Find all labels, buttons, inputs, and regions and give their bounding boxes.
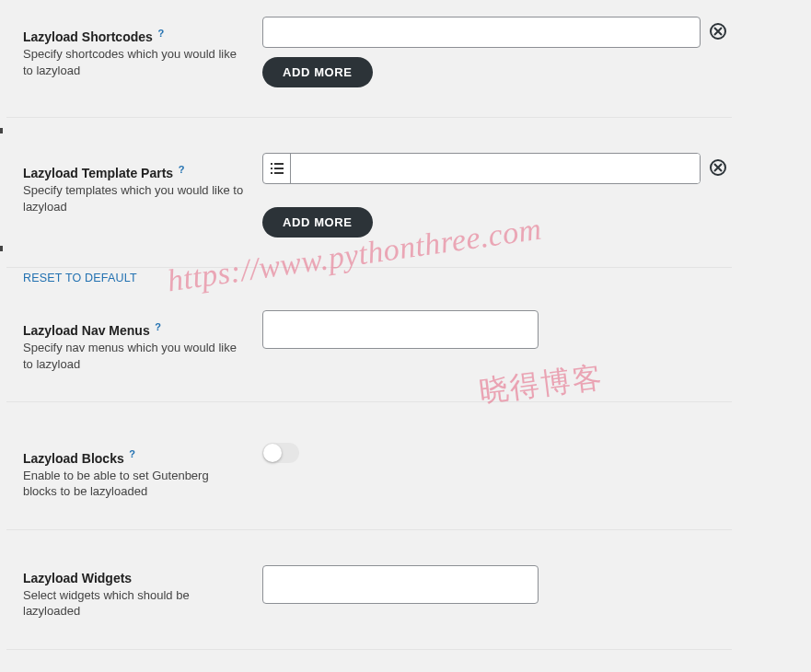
- row-lazyload-nav-menus: RESET TO DEFAULT Lazyload Nav Menus ? Sp…: [6, 268, 732, 402]
- field-column: [262, 437, 732, 499]
- svg-rect-0: [271, 163, 272, 165]
- nav-menus-select[interactable]: [262, 310, 539, 349]
- blocks-toggle[interactable]: [262, 443, 299, 463]
- edge-marker: [0, 246, 3, 251]
- toggle-knob: [263, 444, 282, 462]
- field-column: ADD MORE: [262, 153, 732, 238]
- svg-rect-3: [274, 168, 284, 169]
- add-more-button[interactable]: ADD MORE: [262, 57, 373, 87]
- field-description: Enable to be able to set Gutenberg block…: [23, 468, 246, 500]
- field-title: Lazyload Template Parts: [23, 166, 173, 180]
- help-icon[interactable]: ?: [129, 448, 135, 459]
- row-lazyload-widgets: Lazyload Widgets Select widgets which sh…: [6, 530, 732, 650]
- field-title: Lazyload Widgets: [23, 571, 132, 585]
- field-description: Select widgets which should be lazyloade…: [23, 587, 246, 620]
- template-parts-input-group: [262, 153, 701, 184]
- svg-rect-5: [274, 172, 284, 174]
- field-description: Specify shortcodes which you would like …: [23, 46, 246, 78]
- list-icon[interactable]: [263, 154, 291, 183]
- label-column: Lazyload Blocks ? Enable to be able to s…: [23, 437, 262, 499]
- settings-panel: Lazyload Shortcodes ? Specify shortcodes…: [6, 0, 743, 672]
- svg-rect-1: [274, 163, 284, 165]
- add-more-button[interactable]: ADD MORE: [262, 207, 373, 238]
- field-column: [262, 310, 732, 372]
- edge-marker: [0, 128, 3, 133]
- help-icon[interactable]: ?: [157, 28, 164, 39]
- remove-icon[interactable]: [710, 23, 726, 40]
- svg-rect-2: [271, 168, 272, 169]
- label-column: Lazyload Shortcodes ? Specify shortcodes…: [23, 17, 262, 87]
- row-lazyload-template-parts: Lazyload Template Parts ? Specify templa…: [6, 118, 732, 268]
- remove-icon[interactable]: [710, 159, 726, 176]
- field-title: Lazyload Shortcodes: [23, 29, 153, 44]
- help-icon[interactable]: ?: [179, 164, 185, 175]
- field-column: [262, 565, 732, 620]
- left-edge: [0, 0, 3, 672]
- widgets-select[interactable]: [262, 565, 539, 604]
- reset-to-default-link[interactable]: RESET TO DEFAULT: [23, 272, 137, 284]
- field-description: Specify templates which you would like t…: [23, 182, 246, 214]
- help-icon[interactable]: ?: [155, 321, 161, 332]
- field-title: Lazyload Nav Menus: [23, 323, 150, 338]
- label-column: Lazyload Widgets Select widgets which sh…: [23, 565, 262, 620]
- field-description: Specify nav menus which you would like t…: [23, 340, 246, 372]
- template-parts-input[interactable]: [291, 154, 700, 183]
- row-preload-sensitivity: Preload Sensitivity Specify how many pix…: [6, 650, 732, 672]
- row-lazyload-shortcodes: Lazyload Shortcodes ? Specify shortcodes…: [6, 0, 732, 118]
- label-column: Lazyload Nav Menus ? Specify nav menus w…: [23, 310, 262, 372]
- field-column: ADD MORE: [262, 17, 732, 87]
- label-column: Lazyload Template Parts ? Specify templa…: [23, 153, 262, 238]
- row-lazyload-blocks: Lazyload Blocks ? Enable to be able to s…: [6, 402, 732, 529]
- shortcodes-input[interactable]: [262, 17, 701, 48]
- field-title: Lazyload Blocks: [23, 451, 124, 466]
- svg-rect-4: [271, 172, 272, 174]
